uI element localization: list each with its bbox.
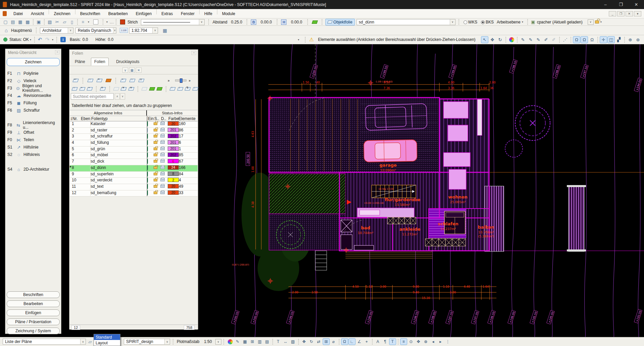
edit-text-icon[interactable]: T xyxy=(389,338,396,345)
cell-lock[interactable] xyxy=(154,190,160,196)
popup-item-layout[interactable]: Layout xyxy=(94,340,120,346)
layer-combo[interactable]: sd_dünn ∨ xyxy=(357,19,455,25)
construction-point-icon[interactable]: ⋰ xyxy=(561,36,569,43)
rotate-icon[interactable]: ↻ xyxy=(308,338,315,345)
layer-state-icon[interactable]: ▧ xyxy=(289,338,297,345)
fade-layer-icon[interactable] xyxy=(114,86,119,92)
sidebar-button-zeichnung-system[interactable]: Zeichnung / System xyxy=(7,328,60,334)
load-layer-icon[interactable]: ∪ xyxy=(138,77,145,83)
layer-list-icon[interactable]: ≡ xyxy=(100,86,105,92)
polar-icon[interactable]: ∠ xyxy=(356,338,363,345)
cell-lock[interactable] xyxy=(154,128,160,134)
show-all-icon[interactable] xyxy=(149,86,154,92)
design-combo[interactable]: SPIRIT_design ∨ xyxy=(124,339,170,345)
menu-item-datei[interactable]: Datei xyxy=(9,9,27,18)
purge-layer-icon[interactable]: ✕ xyxy=(129,86,134,92)
cell-print[interactable] xyxy=(160,140,168,146)
plot-scale-arrow[interactable]: ∨ xyxy=(215,339,221,345)
delete-layer-icon[interactable]: ✕ xyxy=(121,86,126,92)
color-chip[interactable]: 202 xyxy=(168,153,179,157)
cell-ein[interactable] xyxy=(147,140,154,146)
bks-radio[interactable]: BKS xyxy=(481,20,494,24)
lock-others-icon[interactable]: ≡ xyxy=(96,77,103,83)
cell-ein[interactable] xyxy=(147,172,154,178)
layer-visible-icon[interactable] xyxy=(312,20,318,24)
pencil-hatch-icon[interactable]: ✎ xyxy=(535,36,542,43)
snap-cross-icon[interactable]: ✛ xyxy=(600,36,607,43)
color-chip[interactable]: 2 xyxy=(168,178,179,182)
layer-on-dot[interactable] xyxy=(147,159,148,164)
overflow-icon[interactable]: ⋮ xyxy=(444,338,451,345)
sidebar-button-pl-ne-pr-sentation[interactable]: Pläne / Präsentation xyxy=(7,319,60,325)
layer-on-dot[interactable] xyxy=(147,133,148,139)
expand-chevron-icon[interactable]: » xyxy=(168,79,169,82)
cell-farbe[interactable]: 24 xyxy=(168,165,179,171)
color-chip[interactable]: 201 xyxy=(168,128,179,132)
sidebar-item-s2[interactable]: S2◌Hilfskreis xyxy=(7,151,60,158)
search-input[interactable]: Suchtext eingeben xyxy=(71,93,114,100)
sidebar-button-beschriften[interactable]: Beschriften xyxy=(7,291,60,298)
menu-item-hilfe[interactable]: Hilfe xyxy=(200,9,216,18)
save-all-icon[interactable]: ▩ xyxy=(24,19,31,25)
column-header-row[interactable]: ≣ Nr. Ebene Folientyp Ein S.. D.. Farbe … xyxy=(70,116,198,121)
menu-item-ansicht[interactable]: Ansicht xyxy=(27,9,48,18)
pan-view-icon[interactable]: ✥ xyxy=(489,36,496,43)
cell-farbe[interactable]: 20 xyxy=(168,190,179,196)
cell-print[interactable] xyxy=(160,121,168,127)
tab-pläne[interactable]: Pläne xyxy=(71,58,89,66)
cut-icon[interactable]: ✂ xyxy=(54,19,61,25)
cell-farbe[interactable]: 6 xyxy=(168,159,179,165)
zoom-extent-icon[interactable]: ⊛ xyxy=(634,36,642,43)
sidebar-item-s1[interactable]: S1↗Hilfslinie xyxy=(7,144,60,151)
new-layer-icon[interactable]: + xyxy=(120,77,126,83)
table-row[interactable]: 9sd_superfein884 xyxy=(70,172,198,178)
zeichnen-active-button[interactable]: Zeichnen xyxy=(7,58,60,66)
text-icon[interactable]: A xyxy=(374,338,381,345)
sheet-icon[interactable]: ▤ xyxy=(264,338,271,345)
print-icon[interactable]: ▣ xyxy=(35,19,42,25)
magnet-mid-icon[interactable]: Ω xyxy=(581,36,588,43)
opacity-slider[interactable] xyxy=(175,79,186,81)
cell-print[interactable] xyxy=(160,165,168,171)
table-icon[interactable]: ▥ xyxy=(256,338,263,345)
cell-ein[interactable] xyxy=(147,147,154,153)
new-file-icon[interactable]: ▢ xyxy=(2,19,9,25)
sidebar-button-einf-gen[interactable]: Einfügen xyxy=(7,309,60,316)
orbit-view-icon[interactable]: ↻ xyxy=(496,36,504,43)
table-row[interactable]: 6sd_möbel20285 xyxy=(70,153,198,159)
apply-combo-icon[interactable]: ∨ xyxy=(122,67,128,73)
cell-farbe[interactable]: 202 xyxy=(168,134,179,140)
cell-print[interactable] xyxy=(160,184,168,190)
select-cursor-icon[interactable]: ↖ xyxy=(481,36,488,43)
list-icon[interactable]: ≡ xyxy=(400,338,407,345)
array-icon[interactable]: ⊞ xyxy=(323,338,330,345)
osnap-icon[interactable]: Ω xyxy=(341,338,348,345)
mdi-window-button[interactable]: _ xyxy=(609,11,616,16)
cell-farbe[interactable]: 20 xyxy=(168,184,179,190)
menu-item-extras[interactable]: Extras xyxy=(157,9,177,18)
cell-print[interactable] xyxy=(160,153,168,159)
raster-icon[interactable]: ⊞ xyxy=(249,338,256,345)
table-row[interactable]: 1Kataster20160 xyxy=(70,121,198,128)
arbeitsebene-label[interactable]: Arbeitsebene xyxy=(497,20,521,24)
layer-on-dot[interactable] xyxy=(147,146,148,152)
more-options-icon[interactable]: … xyxy=(109,19,114,25)
measure-icon[interactable]: ⌗ xyxy=(79,19,87,25)
cell-lock[interactable] xyxy=(154,184,160,190)
group-add-icon[interactable]: + xyxy=(79,86,85,92)
cell-farbe[interactable]: 2 xyxy=(168,178,179,184)
layer-on-dot[interactable] xyxy=(147,165,148,170)
search-prev-icon[interactable]: ∧ xyxy=(115,93,120,100)
maximize-button[interactable]: ❐ xyxy=(613,0,629,9)
magnet-snap-icon[interactable]: Ω xyxy=(573,36,580,43)
color-wheel-icon[interactable] xyxy=(227,338,234,345)
text-style-icon[interactable]: T xyxy=(275,338,282,345)
layer-on-dot[interactable] xyxy=(147,171,148,177)
profile-combo-arrow[interactable]: ∨ xyxy=(588,19,594,25)
copy-icon[interactable]: ▱ xyxy=(61,19,68,25)
expand-chevron-icon[interactable]: » xyxy=(189,79,191,82)
cell-ein[interactable] xyxy=(147,128,154,134)
close-button[interactable]: ✕ xyxy=(629,0,644,9)
cell-print[interactable] xyxy=(160,172,168,178)
cell-lock[interactable] xyxy=(154,153,160,159)
